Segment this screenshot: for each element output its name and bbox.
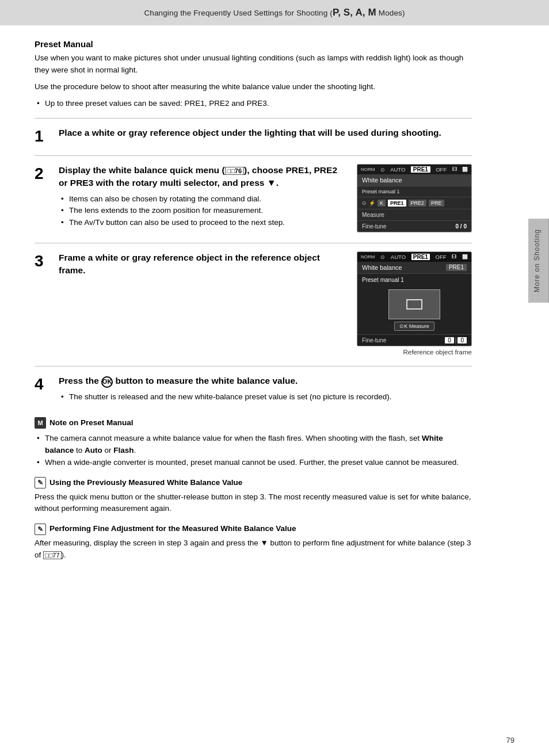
- ok-button-symbol: OK: [101, 376, 113, 388]
- divider-2: [35, 155, 472, 156]
- step-3-image: NORM ⊙ AUTO PRE1 OFF 🎞 ⬜ White balance P…: [357, 251, 472, 356]
- cam-top-bar-step2: NORM ⊙ AUTO PRE1 OFF 🎞 ⬜: [357, 165, 471, 174]
- cam-ui-step3: NORM ⊙ AUTO PRE1 OFF 🎞 ⬜ White balance P…: [357, 251, 472, 346]
- cam2-reference-frame: [388, 289, 440, 319]
- tip-using: ✎ Using the Previously Measured White Ba…: [35, 477, 472, 516]
- note-icon: M: [35, 417, 46, 429]
- note-preset-title: Note on Preset Manual: [49, 417, 134, 429]
- header-suffix: Modes): [376, 9, 405, 17]
- step-4-bullet-1: The shutter is released and the new whit…: [59, 391, 472, 403]
- page-number: 79: [506, 736, 514, 744]
- divider-4: [35, 366, 472, 366]
- cam-menu-title-step2: White balance: [357, 174, 471, 186]
- cam-pre2-option: PRE2: [409, 200, 427, 207]
- cam-preset-options-step2: ⊙ ⚡ K PRE1 PRE2 PRE: [357, 197, 471, 209]
- step-3: 3 Frame a white or gray reference object…: [35, 251, 472, 356]
- cam2-top: NORM ⊙ AUTO PRE1 OFF 🎞 ⬜: [357, 252, 471, 262]
- page-header: Changing the Frequently Used Settings fo…: [0, 0, 549, 25]
- tip-fine-header: ✎ Performing Fine Adjustment for the Mea…: [35, 523, 472, 535]
- note-preset-bullets: The camera cannot measure a white balanc…: [35, 433, 472, 469]
- cam-preset-row-step2: Preset manual 1: [357, 186, 471, 197]
- bullet-item: Up to three preset values can be saved: …: [35, 98, 472, 110]
- header-modes: P, S, A, M: [333, 7, 376, 18]
- step-3-content: Frame a white or gray reference object i…: [59, 251, 472, 356]
- step-3-title: Frame a white or gray reference object i…: [59, 251, 345, 276]
- step-2-bullets: Items can also be chosen by rotating the…: [59, 193, 345, 230]
- cam2-menu-title: White balance PRE1: [357, 262, 471, 273]
- step-2-content: Display the white balance quick menu (□□…: [59, 164, 472, 232]
- pencil-icon-2: ✎: [35, 524, 46, 535]
- divider-3: [35, 243, 472, 243]
- tip-using-header: ✎ Using the Previously Measured White Ba…: [35, 477, 472, 489]
- step-4-bullets: The shutter is released and the new whit…: [59, 391, 472, 403]
- step-4-content: Press the OK button to measure the white…: [59, 375, 472, 406]
- step-2-number: 2: [35, 164, 51, 183]
- cam-pre1-option: PRE1: [388, 200, 406, 207]
- step-2-with-image: Display the white balance quick menu (□□…: [59, 164, 472, 232]
- step-2-title: Display the white balance quick menu (□□…: [59, 164, 345, 189]
- tip-using-title: Using the Previously Measured White Bala…: [49, 477, 242, 489]
- tip-using-text: Press the quick menu button or the shutt…: [35, 491, 472, 516]
- step-1-title: Place a white or gray reference object u…: [59, 127, 472, 139]
- note-preset-bullet-1: The camera cannot measure a white balanc…: [35, 433, 472, 457]
- cam2-inner-frame: [406, 299, 422, 310]
- step-2-image: NORM ⊙ AUTO PRE1 OFF 🎞 ⬜ White balance P…: [357, 164, 472, 232]
- section-intro1: Use when you want to make pictures shot …: [35, 52, 472, 77]
- divider-1: [35, 118, 472, 119]
- section-bullets: Up to three preset values can be saved: …: [35, 98, 472, 110]
- cam-measure-row: Measure: [357, 209, 471, 220]
- main-content: Preset Manual Use when you want to make …: [0, 25, 506, 593]
- step-4-title: Press the OK button to measure the white…: [59, 375, 472, 388]
- step-2: 2 Display the white balance quick menu (…: [35, 164, 472, 232]
- cam-ui-step2: NORM ⊙ AUTO PRE1 OFF 🎞 ⬜ White balance P…: [357, 164, 472, 232]
- step-2-bullet-2: The lens extends to the zoom position fo…: [59, 205, 345, 217]
- cam-k-option: K: [378, 200, 386, 207]
- reference-object-frame-label: Reference object frame: [357, 349, 472, 356]
- note-preset-header: M Note on Preset Manual: [35, 417, 472, 429]
- header-text: Changing the Frequently Used Settings fo…: [144, 9, 332, 17]
- step-4: 4 Press the OK button to measure the whi…: [35, 375, 472, 406]
- cam2-measure-button: ⊙K Measure: [394, 322, 434, 331]
- step-2-bullet-3: The Av/Tv button can also be used to pro…: [59, 217, 345, 229]
- sidebar-tab: More on Shooting: [528, 219, 549, 303]
- cam2-preset-section: Preset manual 1 ⊙K Measure: [357, 273, 471, 334]
- note-preset-manual: M Note on Preset Manual The camera canno…: [35, 417, 472, 469]
- note-preset-bullet-2: When a wide-angle converter is mounted, …: [35, 457, 472, 469]
- section-intro2: Use the procedure below to shoot after m…: [35, 81, 472, 93]
- section-title: Preset Manual: [35, 39, 472, 49]
- pencil-icon-1: ✎: [35, 477, 46, 488]
- cam-pre3-option: PRE: [429, 200, 444, 207]
- tip-fine-text: After measuring, display the screen in s…: [35, 537, 472, 562]
- step-3-text: Frame a white or gray reference object i…: [59, 251, 345, 280]
- tip-fine: ✎ Performing Fine Adjustment for the Mea…: [35, 523, 472, 562]
- step-3-number: 3: [35, 251, 51, 270]
- step-4-number: 4: [35, 375, 51, 394]
- cam2-finetune: Fine-tune 0 | 0: [357, 334, 471, 346]
- step-1-content: Place a white or gray reference object u…: [59, 127, 472, 143]
- step-3-with-image: Frame a white or gray reference object i…: [59, 251, 472, 356]
- step-2-text: Display the white balance quick menu (□□…: [59, 164, 345, 232]
- tip-fine-title: Performing Fine Adjustment for the Measu…: [49, 523, 296, 535]
- step-2-bullet-1: Items can also be chosen by rotating the…: [59, 193, 345, 205]
- step-1: 1 Place a white or gray reference object…: [35, 127, 472, 146]
- cam-bottom-rows-step2: Measure Fine-tune 0 / 0: [357, 209, 471, 232]
- cam-finetune-row: Fine-tune 0 / 0: [357, 220, 471, 232]
- step-1-number: 1: [35, 127, 51, 146]
